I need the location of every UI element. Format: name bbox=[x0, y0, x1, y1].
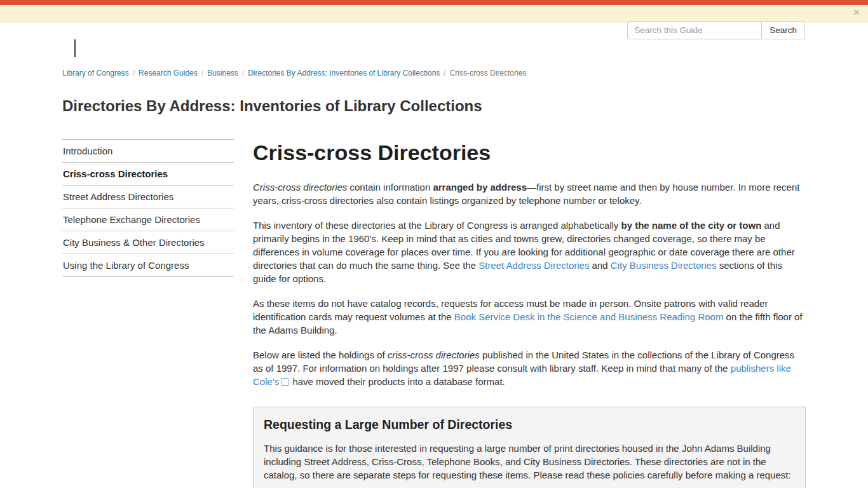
paragraph-holdings: Below are listed the holdings of criss-c… bbox=[253, 348, 806, 388]
sidebar-item-street-address-directories[interactable]: Street Address Directories bbox=[62, 186, 234, 208]
sidebar-item-city-business-other-directories[interactable]: City Business & Other Directories bbox=[62, 231, 234, 254]
paragraph-access: As these items do not have catalog recor… bbox=[253, 297, 806, 337]
notice-banner: × bbox=[0, 5, 868, 23]
close-icon[interactable]: × bbox=[853, 7, 860, 18]
breadcrumb-current-page: Criss-cross Directories bbox=[450, 69, 527, 78]
inline-link[interactable]: Street Address Directories bbox=[478, 260, 589, 271]
top-accent-bar bbox=[0, 0, 868, 5]
guide-nav-sidebar: Introduction Criss-cross Directories Str… bbox=[62, 139, 234, 277]
requesting-directories-box: Requesting a Large Number of Directories… bbox=[253, 407, 806, 488]
breadcrumb-separator: / bbox=[133, 69, 135, 78]
breadcrumb-separator: / bbox=[242, 69, 244, 78]
breadcrumb-separator: / bbox=[201, 69, 203, 78]
sidebar-item-telephone-exchange-directories[interactable]: Telephone Exchange Directories bbox=[62, 208, 234, 231]
breadcrumb-link-research-guides[interactable]: Research Guides bbox=[139, 69, 198, 78]
request-box-intro: This guidance is for those interested in… bbox=[264, 442, 795, 482]
breadcrumb-link-library-of-congress[interactable]: Library of Congress bbox=[62, 69, 129, 78]
sidebar-item-introduction[interactable]: Introduction bbox=[62, 140, 234, 163]
guide-search: Search bbox=[627, 21, 805, 39]
paragraph-inventory: This inventory of these directories at t… bbox=[253, 219, 806, 285]
sidebar-item-using-the-library-of-congress[interactable]: Using the Library of Congress bbox=[62, 254, 234, 277]
section-heading: Criss-cross Directories bbox=[253, 140, 806, 165]
request-box-heading: Requesting a Large Number of Directories bbox=[264, 417, 795, 432]
external-link-icon bbox=[281, 378, 288, 386]
header-caret-line bbox=[74, 39, 76, 57]
page-title: Directories By Address: Inventories of L… bbox=[62, 97, 806, 115]
inline-link[interactable]: City Business Directories bbox=[611, 260, 717, 271]
guide-nav-list: Introduction Criss-cross Directories Str… bbox=[62, 139, 234, 277]
breadcrumb: Library of Congress/Research Guides/Busi… bbox=[62, 69, 806, 78]
breadcrumb-separator: / bbox=[444, 69, 445, 78]
search-input[interactable] bbox=[627, 21, 761, 39]
search-button[interactable]: Search bbox=[761, 21, 805, 39]
inline-link[interactable]: Book Service Desk in the Science and Bus… bbox=[454, 311, 724, 322]
page: × Search Library of Congress/Research Gu… bbox=[0, 0, 868, 488]
paragraph-intro: Criss-cross directories contain informat… bbox=[253, 180, 806, 207]
breadcrumb-link-guide-home[interactable]: Directories By Address: Inventories of L… bbox=[248, 69, 440, 78]
main-content: Criss-cross Directories Criss-cross dire… bbox=[253, 139, 806, 488]
breadcrumb-link-business[interactable]: Business bbox=[207, 69, 238, 78]
sidebar-item-criss-cross-directories[interactable]: Criss-cross Directories bbox=[62, 163, 234, 186]
